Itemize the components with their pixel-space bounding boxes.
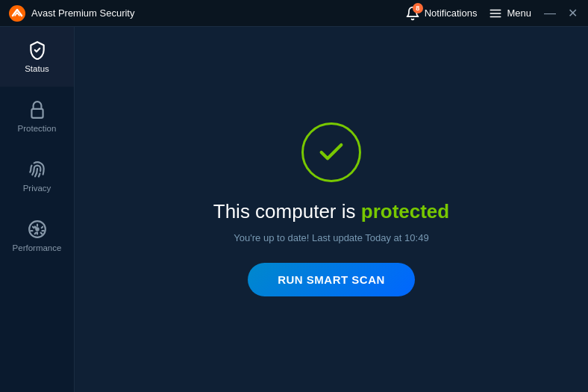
svg-point-6 <box>36 228 38 230</box>
sidebar-item-protection[interactable]: Protection <box>0 87 74 146</box>
status-highlight-text: protected <box>361 200 449 223</box>
notifications-label: Notifications <box>425 7 478 19</box>
close-button[interactable]: ✕ <box>566 7 579 20</box>
menu-button[interactable]: Menu <box>489 7 531 20</box>
status-headline: This computer is protected <box>213 200 449 223</box>
status-headline-text: This computer is <box>213 200 356 223</box>
app-title: Avast Premium Security <box>31 7 134 19</box>
run-smart-scan-button[interactable]: RUN SMART SCAN <box>248 263 415 296</box>
lock-icon <box>28 100 47 119</box>
title-bar-right: 8 Notifications Menu — ✕ <box>405 6 579 21</box>
menu-label: Menu <box>507 7 531 19</box>
sidebar-item-privacy-label: Privacy <box>23 184 51 193</box>
content-area: This computer is protected You're up to … <box>75 27 588 392</box>
title-bar-left: Avast Premium Security <box>9 5 134 22</box>
sidebar-item-protection-label: Protection <box>18 124 57 133</box>
sidebar: Status Protection Privacy Performance <box>0 27 75 392</box>
svg-rect-4 <box>31 109 43 118</box>
check-icon <box>316 137 346 167</box>
sidebar-item-status[interactable]: Status <box>0 27 74 87</box>
notifications-button[interactable]: 8 Notifications <box>405 6 478 21</box>
shield-check-icon <box>28 40 47 60</box>
minimize-button[interactable]: — <box>543 7 557 20</box>
title-bar: Avast Premium Security 8 Notifications M… <box>0 0 588 27</box>
gauge-icon <box>28 220 47 239</box>
sidebar-item-performance-label: Performance <box>13 243 62 252</box>
bell-icon-wrapper: 8 <box>405 6 420 21</box>
window-controls: — ✕ <box>543 7 579 20</box>
hamburger-icon <box>489 7 502 20</box>
status-subtext: You're up to date! Last update Today at … <box>234 232 428 243</box>
protection-status-circle <box>301 122 361 182</box>
sidebar-item-status-label: Status <box>25 64 49 73</box>
app-logo-icon <box>9 5 25 22</box>
fingerprint-icon <box>28 160 47 179</box>
notification-badge: 8 <box>413 3 423 13</box>
sidebar-item-performance[interactable]: Performance <box>0 206 74 266</box>
main-layout: Status Protection Privacy Performance <box>0 27 588 392</box>
sidebar-item-privacy[interactable]: Privacy <box>0 146 74 206</box>
